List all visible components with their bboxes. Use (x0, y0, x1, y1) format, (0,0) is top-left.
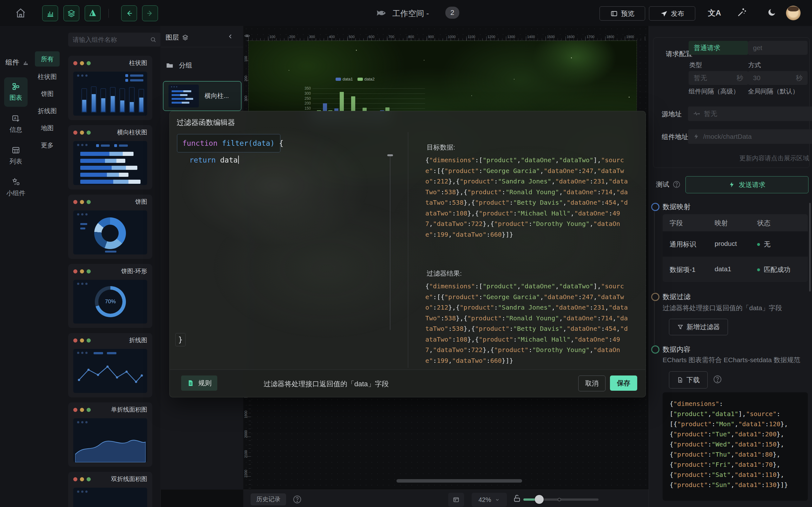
file-download-icon (677, 377, 683, 383)
sidebar-tab-info[interactable]: A 信息 (4, 112, 28, 136)
dark-mode-toggle-icon[interactable] (767, 8, 776, 17)
category-pie[interactable]: 饼图 (35, 89, 60, 99)
component-interval-label: 组件间隔（高级） (689, 87, 740, 96)
component-card-ring[interactable]: 饼图-环形 70% (68, 264, 152, 328)
component-card-bar[interactable]: 柱状图 (68, 56, 152, 120)
magic-wand-icon[interactable] (737, 7, 747, 18)
history-button[interactable]: 历史记录 (251, 493, 286, 505)
request-method-select[interactable]: get (748, 41, 808, 55)
data-filter-description: 过滤器将处理接口返回值的「data」字段 (663, 303, 782, 313)
component-address-input[interactable]: /mock/chartData (688, 129, 812, 144)
code-editor-line[interactable]: return data (189, 156, 239, 164)
update-hint: 更新内容请点击展示区域 (649, 154, 812, 163)
sidebar-tab-charts[interactable]: 图表 (4, 77, 28, 107)
status-cell: 无 (757, 240, 770, 249)
zoom-level-select[interactable]: 42% (472, 493, 507, 507)
zoom-slider-track[interactable] (523, 498, 599, 501)
hbar-chart-thumbnail (73, 141, 147, 185)
preview-button[interactable]: 预览 (600, 6, 645, 20)
source-address-input[interactable]: 暂无 (688, 107, 812, 121)
component-card-area[interactable]: 单折线面积图 (68, 402, 152, 467)
global-interval-input[interactable]: 30秒 (748, 71, 808, 85)
question-icon[interactable] (713, 375, 722, 384)
canvas-horizontal-scrollbar[interactable] (397, 479, 522, 483)
status-dot (757, 243, 760, 246)
closing-brace: } (175, 333, 186, 346)
sidebar-tab-list[interactable]: 列表 (4, 144, 28, 168)
detail-panel-toggle-button[interactable] (85, 5, 101, 21)
component-interval-input[interactable]: 暂无秒 (689, 71, 748, 85)
org-chart-icon (11, 82, 20, 91)
mapping-table-row: 通用标识 product 无 (663, 231, 808, 257)
question-icon[interactable] (293, 495, 302, 504)
category-line[interactable]: 折线图 (35, 106, 60, 116)
layout-toggle-button[interactable] (448, 493, 464, 507)
editor-scrollbar-handle[interactable] (387, 154, 393, 156)
zoom-slider-handle[interactable] (535, 495, 544, 504)
card-title: 横向柱状图 (117, 128, 147, 136)
add-filter-button[interactable]: 新增过滤器 (669, 319, 728, 335)
search-icon (150, 36, 157, 43)
canvas-bottom-bar: 历史记录 42% (243, 490, 649, 507)
card-title: 折线图 (129, 336, 147, 344)
save-button[interactable]: 保存 (610, 376, 637, 391)
home-icon[interactable] (15, 8, 26, 18)
redo-button[interactable] (142, 5, 158, 21)
component-card-line[interactable]: 折线图 (68, 333, 152, 397)
category-map[interactable]: 地图 (35, 123, 60, 133)
category-all[interactable]: 所有 (35, 51, 60, 66)
target-data-json: {"dimensions":["product","dataOne","data… (425, 155, 629, 242)
sidebar-tab-widgets[interactable]: 小组件 (4, 176, 28, 199)
unlock-icon[interactable] (513, 494, 521, 503)
text-check-icon: A (11, 114, 20, 123)
category-bar[interactable]: 柱状图 (35, 71, 60, 82)
mapping-table-row: 数据项-1 data1 匹配成功 (663, 257, 808, 282)
panel-scrollbar[interactable] (809, 203, 811, 291)
method-label: 方式 (748, 61, 761, 69)
panel-layout-icon (452, 496, 460, 504)
search-input[interactable]: 请输入组件名称 (68, 33, 161, 47)
mapping-table-header: 字段 映射 状态 (663, 214, 808, 231)
layers-panel-toggle-button[interactable] (63, 5, 79, 21)
filter-result-label: 过滤器结果: (426, 269, 462, 278)
mini-bars-icon (22, 59, 29, 66)
publish-button[interactable]: 发布 (649, 6, 695, 20)
data-content-json[interactable]: {"dimensions": ["product","data1"],"sour… (663, 392, 808, 501)
modal-footer: 规则 过滤器将处理接口返回值的「data」字段 取消 保存 (170, 370, 646, 397)
card-title: 单折线面积图 (111, 406, 147, 414)
category-more[interactable]: 更多 (35, 140, 60, 151)
filter-editor-modal: 过滤器函数编辑器 function filter(data) { return … (169, 111, 646, 397)
data-content-title: 数据内容 (663, 345, 691, 354)
component-card-hbar[interactable]: 横向柱状图 (68, 125, 152, 189)
traffic-dots (73, 477, 91, 481)
request-type-select[interactable]: 普通请求 (689, 41, 748, 55)
ring-chart-thumbnail: 70% (73, 280, 147, 324)
translate-icon[interactable]: 文A (708, 8, 721, 18)
avatar[interactable] (786, 6, 801, 20)
question-icon (672, 180, 681, 188)
collapse-panel-icon[interactable] (227, 33, 234, 40)
pie-chart-thumbnail (73, 210, 147, 255)
timeline-line (654, 301, 655, 345)
send-request-button[interactable]: 发送请求 (686, 176, 809, 193)
chart-category-column: 所有 柱状图 饼图 折线图 地图 更多 (32, 26, 63, 507)
layer-group-item[interactable]: 分组 (165, 61, 192, 70)
cancel-button[interactable]: 取消 (578, 376, 606, 391)
layer-item-selected[interactable]: 横向柱... (163, 81, 241, 111)
traffic-dots (73, 408, 91, 412)
funnel-icon (677, 324, 683, 330)
component-card-double-area[interactable]: 双折线面积图 (68, 472, 152, 507)
bar-chart-thumbnail (73, 72, 147, 116)
layers-panel-title: 图层 (165, 33, 189, 42)
component-rail: 组件 图表 A 信息 列表 小组件 (0, 26, 32, 507)
chart-panel-toggle-button[interactable] (42, 5, 58, 21)
download-button[interactable]: 下载 (669, 372, 708, 389)
editor-scrollbar-track[interactable] (390, 156, 391, 330)
component-card-pie[interactable]: 饼图 (68, 194, 152, 259)
type-label: 类型 (689, 61, 702, 69)
filter-bullet (651, 293, 659, 301)
table-icon (11, 146, 20, 155)
traffic-dots (73, 269, 91, 274)
undo-button[interactable] (121, 5, 137, 21)
traffic-dots (73, 61, 91, 65)
